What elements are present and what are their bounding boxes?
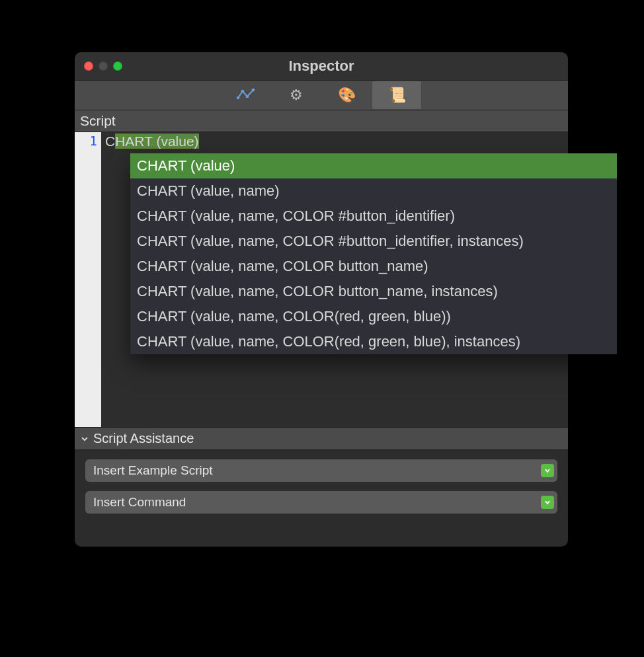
chevron-down-icon — [541, 496, 554, 509]
autocomplete-popup: CHART (value) CHART (value, name) CHART … — [130, 153, 617, 354]
suggestion-item[interactable]: CHART (value, name, COLOR(red, green, bl… — [130, 304, 617, 329]
toolbar: ⚙ 🎨 📜 — [75, 80, 568, 110]
script-assistance-header[interactable]: Script Assistance — [75, 427, 568, 450]
code-area[interactable]: CHART (value) CHART (value) CHART (value… — [101, 132, 568, 427]
dropdown-label: Insert Example Script — [93, 463, 213, 478]
suggestion-item[interactable]: CHART (value) — [130, 153, 617, 178]
zoom-window-button[interactable] — [113, 61, 122, 71]
suggestion-item[interactable]: CHART (value, name, COLOR button_name) — [130, 254, 617, 279]
tab-palette[interactable]: 🎨 — [321, 81, 372, 110]
line-number: 1 — [75, 134, 97, 148]
script-assistance-label: Script Assistance — [93, 431, 194, 445]
suggestion-item[interactable]: CHART (value, name, COLOR(red, green, bl… — [130, 329, 617, 354]
chevron-down-icon — [541, 464, 554, 477]
inspector-window: Inspector ⚙ 🎨 📜 Script 1 — [75, 52, 568, 547]
minimize-window-button[interactable] — [99, 61, 108, 71]
insert-example-script-dropdown[interactable]: Insert Example Script — [85, 459, 557, 482]
tab-script[interactable]: 📜 — [372, 81, 422, 110]
suggestion-item[interactable]: CHART (value, name, COLOR #button_identi… — [130, 204, 617, 229]
suggestion-item[interactable]: CHART (value, name, COLOR button_name, i… — [130, 279, 617, 304]
script-editor[interactable]: 1 CHART (value) CHART (value) CHART (val… — [75, 132, 568, 427]
code-line-1: CHART (value) — [105, 134, 568, 149]
section-header-script: Script — [75, 110, 568, 132]
suggestion-item[interactable]: CHART (value, name) — [130, 178, 617, 204]
graph-icon — [237, 89, 255, 102]
close-window-button[interactable] — [84, 61, 93, 71]
palette-icon: 🎨 — [338, 87, 356, 104]
svg-point-1 — [241, 90, 245, 93]
line-gutter: 1 — [75, 132, 101, 427]
scroll-icon: 📜 — [388, 87, 406, 104]
chevron-down-icon — [80, 434, 89, 444]
svg-point-2 — [246, 95, 249, 98]
window-title: Inspector — [75, 58, 568, 75]
traffic-lights — [84, 61, 122, 71]
tab-graph[interactable] — [221, 81, 271, 110]
dropdown-label: Insert Command — [93, 495, 186, 510]
script-assistance-panel: Insert Example Script Insert Command — [75, 450, 568, 527]
insert-command-dropdown[interactable]: Insert Command — [85, 491, 557, 514]
tab-settings[interactable]: ⚙ — [271, 81, 321, 110]
gear-icon: ⚙ — [290, 87, 303, 104]
titlebar: Inspector — [75, 52, 568, 80]
suggestion-item[interactable]: CHART (value, name, COLOR #button_identi… — [130, 229, 617, 254]
